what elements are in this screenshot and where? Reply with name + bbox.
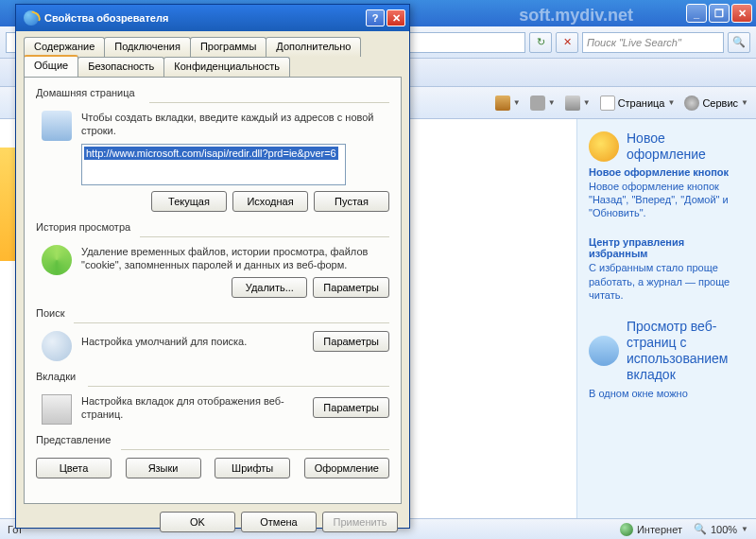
dialog-titlebar[interactable]: Свойства обозревателя ? ✕ — [16, 5, 409, 31]
search-settings-button[interactable]: Параметры — [313, 331, 389, 352]
sidebar-title: Просмотр веб-страниц с использованием вк… — [627, 319, 745, 382]
dialog-help-button[interactable]: ? — [366, 9, 385, 26]
accessibility-button[interactable]: Оформление — [304, 458, 389, 478]
tab-security[interactable]: Безопасность — [77, 57, 164, 77]
dialog-title: Свойства обозревателя — [44, 12, 366, 24]
history-settings-button[interactable]: Параметры — [313, 277, 389, 298]
rss-menu[interactable]: ▼ — [530, 96, 556, 111]
status-zone: Интернет — [620, 523, 682, 536]
print-icon — [565, 96, 580, 111]
tools-menu[interactable]: Сервис▼ — [684, 96, 748, 111]
sidebar: Новое оформление Новое оформление кнопок… — [576, 119, 756, 518]
group-title: Поиск — [36, 307, 389, 319]
delete-history-button[interactable]: Удалить... — [232, 277, 307, 298]
window-close-button[interactable]: ✕ — [731, 4, 752, 23]
tab-connections[interactable]: Подключения — [104, 37, 191, 57]
home-icon — [495, 96, 510, 111]
group-search: Поиск Настройка умолчаний для поиска. Па… — [36, 307, 389, 361]
sidebar-card: Центр управления избранным С избранным с… — [589, 236, 745, 302]
use-current-button[interactable]: Текущая — [151, 191, 227, 212]
tab-programs[interactable]: Программы — [190, 37, 266, 57]
dialog-tabs-row2: Общие Безопасность Конфиденциальность — [24, 57, 402, 77]
group-title: История просмотра — [36, 221, 389, 233]
sidebar-bold: Центр управления избранным — [589, 236, 745, 259]
homepage-text: Чтобы создать вкладки, введите каждый из… — [81, 111, 389, 138]
search-go-button[interactable]: 🔍 — [728, 32, 750, 53]
watermark: soft.mydiv.net — [519, 6, 633, 26]
homepage-url-input[interactable]: http://www.microsoft.com/isapi/redir.dll… — [81, 144, 346, 185]
homepage-url-value: http://www.microsoft.com/isapi/redir.dll… — [84, 147, 338, 160]
ok-button[interactable]: OK — [160, 512, 235, 532]
dialog-footer: OK Отмена Применить — [16, 504, 409, 539]
search-input[interactable]: Поиск "Live Search" — [582, 32, 724, 53]
languages-button[interactable]: Языки — [126, 458, 201, 478]
sidebar-desc: В одном окне можно — [589, 387, 745, 400]
group-tabs: Вкладки Настройка вкладок для отображени… — [36, 371, 389, 425]
rss-icon — [530, 96, 545, 111]
star-icon — [589, 131, 619, 162]
sidebar-title: Новое оформление — [627, 130, 745, 163]
group-title: Домашняя страница — [36, 87, 389, 98]
tabs-icon — [42, 394, 72, 425]
tabs-text: Настройка вкладок для отображения веб-ст… — [81, 394, 303, 422]
tab-privacy[interactable]: Конфиденциальность — [163, 57, 290, 77]
home-menu[interactable]: ▼ — [495, 96, 521, 111]
apply-button[interactable]: Применить — [322, 512, 398, 532]
search-text: Настройка умолчаний для поиска. — [81, 335, 303, 348]
sidebar-card: Просмотр веб-страниц с использованием вк… — [589, 319, 745, 399]
sidebar-bold: Новое оформление кнопок — [589, 166, 745, 178]
stop-button[interactable]: ✕ — [556, 32, 578, 53]
internet-options-dialog: Свойства обозревателя ? ✕ Содержание Под… — [15, 4, 410, 529]
fonts-button[interactable]: Шрифты — [215, 458, 290, 478]
group-homepage: Домашняя страница Чтобы создать вкладки,… — [36, 87, 389, 212]
globe-icon — [620, 523, 633, 536]
cancel-button[interactable]: Отмена — [241, 512, 317, 532]
refresh-button[interactable]: ↻ — [529, 32, 552, 53]
dialog-tabs-row1: Содержание Подключения Программы Дополни… — [24, 37, 402, 57]
group-title: Вкладки — [36, 371, 389, 382]
tabs-icon — [589, 336, 619, 366]
group-title: Представление — [36, 434, 389, 445]
sidebar-desc: С избранным стало проще работать, а журн… — [589, 261, 745, 302]
use-blank-button[interactable]: Пустая — [314, 191, 389, 212]
page-icon — [600, 96, 615, 111]
history-icon — [42, 245, 72, 275]
search-icon — [42, 331, 72, 361]
sidebar-desc: Новое оформление кнопок "Назад", "Вперед… — [589, 180, 745, 220]
minimize-button[interactable]: _ — [686, 4, 707, 23]
sidebar-card: Новое оформление Новое оформление кнопок… — [589, 130, 745, 219]
colors-button[interactable]: Цвета — [36, 458, 112, 478]
print-menu[interactable]: ▼ — [565, 96, 591, 111]
status-zoom[interactable]: 🔍100%▼ — [694, 523, 748, 535]
tab-advanced[interactable]: Дополнительно — [266, 37, 361, 57]
tab-panel-general: Домашняя страница Чтобы создать вкладки,… — [24, 77, 402, 504]
group-history: История просмотра Удаление временных фай… — [36, 221, 389, 299]
tabs-settings-button[interactable]: Параметры — [313, 397, 389, 418]
dialog-close-button[interactable]: ✕ — [387, 9, 405, 26]
home-icon — [42, 111, 72, 141]
tab-content[interactable]: Содержание — [24, 37, 105, 57]
page-menu[interactable]: Страница▼ — [600, 96, 676, 111]
maximize-button[interactable]: ❐ — [709, 4, 730, 23]
tab-general[interactable]: Общие — [24, 55, 78, 77]
gear-icon — [684, 96, 699, 111]
history-text: Удаление временных файлов, истории просм… — [81, 245, 389, 272]
group-appearance: Представление Цвета Языки Шрифты Оформле… — [36, 434, 389, 478]
ie-icon — [24, 10, 39, 26]
use-default-button[interactable]: Исходная — [232, 191, 308, 212]
